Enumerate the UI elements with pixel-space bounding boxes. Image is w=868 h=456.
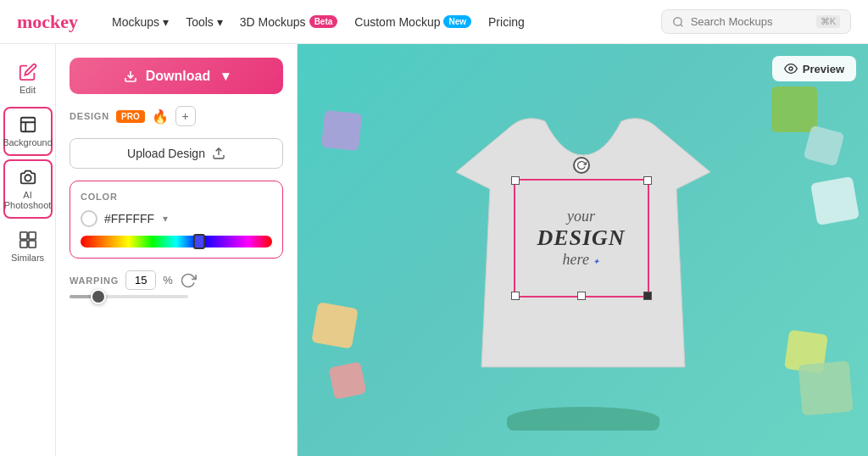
search-icon	[672, 16, 684, 28]
chevron-down-icon: ▾	[217, 15, 223, 29]
design-text-line2: DESIGN	[537, 225, 625, 251]
refresh-icon[interactable]	[180, 272, 197, 289]
tshirt-wrapper: your DESIGN here ✦	[456, 113, 710, 387]
color-section-label: COLOR	[81, 192, 272, 202]
handle-bottom-left[interactable]	[511, 292, 520, 300]
svg-rect-4	[19, 232, 26, 239]
color-swatch[interactable]	[81, 210, 97, 227]
color-spectrum-slider[interactable]	[81, 236, 272, 247]
main-layout: Edit Background AI Photoshoot Similars D…	[0, 44, 868, 456]
ai-photoshoot-label: AI Photoshoot	[4, 190, 52, 210]
canvas-area: your DESIGN here ✦ Preview	[298, 44, 868, 456]
upload-icon	[212, 147, 225, 160]
color-section: COLOR #FFFFFF ▾	[70, 181, 283, 259]
nav: Mockups ▾ Tools ▾ 3D Mockups Beta Custom…	[112, 15, 525, 29]
ai-photoshoot-icon	[19, 168, 37, 186]
warping-label: WARPING	[70, 275, 119, 286]
nav-custom-mockup[interactable]: Custom Mockup New	[354, 15, 471, 29]
edit-icon	[19, 63, 37, 81]
svg-rect-5	[28, 232, 35, 239]
warping-slider-thumb[interactable]	[91, 289, 106, 304]
header: mockey Mockups ▾ Tools ▾ 3D Mockups Beta…	[0, 0, 868, 44]
design-text: your DESIGN here ✦	[537, 208, 625, 269]
pro-badge: PRO	[116, 110, 145, 123]
svg-point-3	[25, 175, 31, 181]
beta-badge: Beta	[309, 15, 338, 28]
nav-tools[interactable]: Tools ▾	[186, 15, 223, 29]
svg-rect-7	[28, 241, 35, 247]
design-label: DESIGN	[70, 111, 109, 121]
mockup-background: your DESIGN here ✦ Preview	[298, 44, 868, 456]
color-hex-value: #FFFFFF	[104, 212, 154, 225]
search-shortcut: ⌘K	[816, 15, 840, 28]
warping-unit: %	[163, 274, 173, 286]
handle-top-right[interactable]	[643, 176, 652, 185]
warping-slider-container	[70, 295, 283, 298]
sparkle-icon-here: ✦	[593, 257, 599, 266]
search-input[interactable]	[691, 15, 810, 28]
sidebar-item-ai-photoshoot[interactable]: AI Photoshoot	[3, 159, 53, 219]
svg-rect-2	[20, 118, 35, 132]
controls-panel: Download ▾ DESIGN PRO 🔥 + Upload Design …	[56, 44, 298, 456]
preview-button[interactable]: Preview	[772, 56, 856, 81]
similars-icon	[19, 231, 37, 249]
svg-point-10	[789, 67, 793, 70]
deco-box-7	[328, 361, 366, 399]
nav-mockups[interactable]: Mockups ▾	[112, 15, 169, 29]
svg-point-0	[673, 17, 681, 25]
download-button[interactable]: Download ▾	[70, 58, 283, 94]
warping-row: WARPING %	[70, 270, 283, 290]
mockup-container: your DESIGN here ✦ Preview	[298, 44, 868, 456]
eye-icon	[784, 62, 798, 75]
upload-design-button[interactable]: Upload Design	[70, 138, 283, 169]
color-picker-row[interactable]: #FFFFFF ▾	[81, 210, 272, 227]
warping-input[interactable]	[125, 270, 156, 290]
search-box[interactable]: ⌘K	[661, 9, 851, 34]
deco-box-3	[810, 176, 860, 225]
add-design-button[interactable]: +	[175, 106, 196, 126]
design-text-line1: your	[537, 208, 625, 225]
deco-box-8	[321, 110, 362, 151]
edit-label: Edit	[19, 85, 36, 95]
sidebar-item-similars[interactable]: Similars	[3, 222, 53, 271]
similars-label: Similars	[11, 253, 44, 263]
warping-slider-track[interactable]	[70, 295, 188, 298]
warping-slider-fill	[70, 295, 93, 298]
design-section: DESIGN PRO 🔥 +	[70, 106, 283, 126]
nav-3d-mockups[interactable]: 3D Mockups Beta	[240, 15, 338, 29]
design-text-line3: here ✦	[537, 251, 625, 269]
warping-section: WARPING %	[70, 270, 283, 298]
svg-line-1	[680, 24, 682, 26]
new-badge: New	[443, 15, 471, 28]
handle-top-left[interactable]	[511, 176, 520, 185]
sidebar-item-background[interactable]: Background	[3, 107, 53, 156]
nav-pricing[interactable]: Pricing	[488, 15, 525, 29]
sidebar-item-edit[interactable]: Edit	[3, 54, 53, 103]
chevron-down-icon: ▾	[163, 15, 169, 29]
handle-bottom-center[interactable]	[577, 292, 586, 300]
svg-rect-6	[19, 241, 26, 247]
download-chevron-icon: ▾	[222, 68, 229, 84]
background-icon	[19, 115, 37, 134]
sidebar: Edit Background AI Photoshoot Similars	[0, 44, 56, 456]
design-overlay[interactable]: your DESIGN here ✦	[514, 179, 649, 298]
logo[interactable]: mockey	[17, 11, 78, 33]
deco-box-5	[798, 360, 853, 415]
deco-box-6	[311, 302, 359, 349]
color-chevron-icon[interactable]: ▾	[163, 213, 168, 225]
handle-bottom-right[interactable]	[643, 292, 652, 300]
rotate-handle[interactable]	[573, 157, 590, 174]
fire-icon: 🔥	[152, 108, 169, 125]
pedestal	[507, 407, 659, 431]
deco-box-2	[804, 125, 845, 167]
design-row: DESIGN PRO 🔥 +	[70, 106, 283, 126]
color-spectrum-handle[interactable]	[193, 234, 205, 249]
background-label: Background	[3, 137, 53, 147]
deco-box-1	[771, 86, 817, 132]
download-icon	[124, 70, 137, 83]
